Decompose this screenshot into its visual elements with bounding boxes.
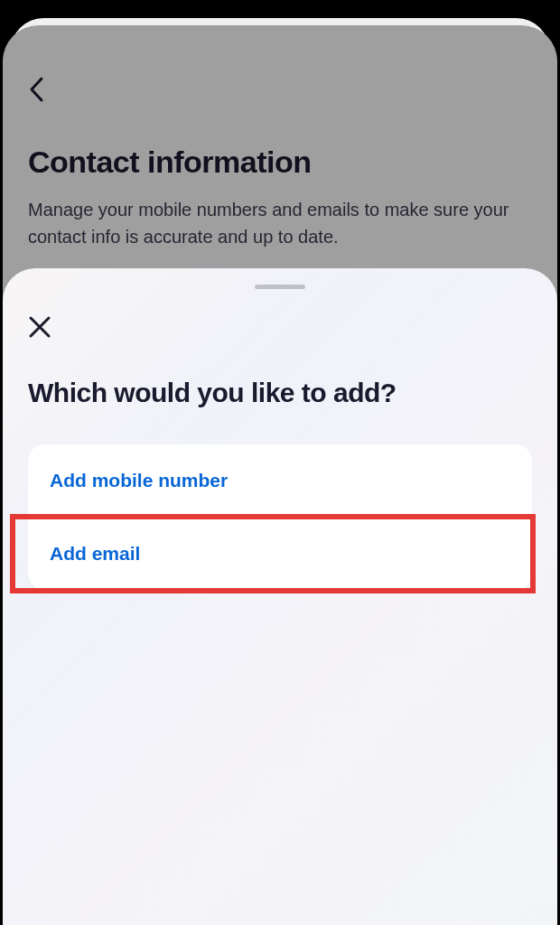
option-label: Add mobile number <box>50 470 228 491</box>
modal-title: Which would you like to add? <box>28 378 532 408</box>
close-icon <box>28 315 51 339</box>
add-email-option[interactable]: Add email <box>28 518 532 590</box>
add-contact-modal: Which would you like to add? Add mobile … <box>3 268 557 925</box>
close-button[interactable] <box>28 314 51 343</box>
options-card: Add mobile number Add email <box>28 444 532 590</box>
option-label: Add email <box>50 543 140 564</box>
add-mobile-number-option[interactable]: Add mobile number <box>28 444 532 518</box>
sheet-grabber[interactable] <box>255 285 305 289</box>
